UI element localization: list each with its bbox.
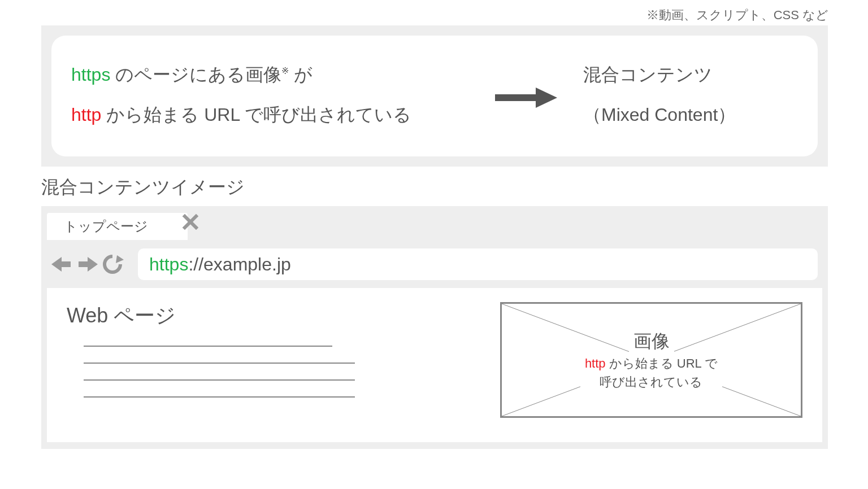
line2-rest: から始まる URL で呼び出されている: [101, 104, 411, 125]
https-label: https: [71, 64, 110, 85]
browser-viewport: Web ページ 画像 http から始まる URL で 呼び出されている: [47, 288, 822, 442]
close-icon[interactable]: [183, 214, 198, 234]
image-subtext: http から始まる URL で 呼び出されている: [580, 354, 722, 391]
right-line2: （Mixed Content）: [583, 95, 798, 134]
browser-tab[interactable]: トップページ: [47, 213, 188, 240]
text-lines-placeholder: [84, 346, 483, 398]
summary-right: 混合コンテンツ （Mixed Content）: [583, 55, 798, 134]
browser-toolbar: https://example.jp: [41, 244, 828, 284]
page-content-right: 画像 http から始まる URL で 呼び出されている: [500, 302, 802, 428]
image-sub-line2: 呼び出されている: [600, 375, 702, 389]
svg-marker-8: [116, 255, 124, 263]
browser-mockup: トップページ https://example.jp: [41, 206, 828, 449]
svg-rect-0: [495, 94, 536, 101]
svg-rect-5: [62, 261, 71, 267]
svg-marker-4: [51, 257, 62, 272]
svg-marker-1: [536, 88, 557, 108]
svg-marker-7: [88, 257, 98, 272]
image-sub-http: http: [585, 356, 606, 370]
image-sub-rest1: から始まる URL で: [606, 356, 718, 370]
page-heading: Web ページ: [67, 302, 483, 330]
address-bar[interactable]: https://example.jp: [138, 248, 818, 280]
url-scheme: https: [149, 254, 188, 275]
back-icon[interactable]: [51, 256, 73, 273]
footnote-top: ※動画、スクリプト、CSS など: [646, 7, 828, 24]
right-line1: 混合コンテンツ: [583, 55, 798, 94]
annotation-mark: ※: [281, 66, 289, 76]
summary-block: https のページにある画像※ が http から始まる URL で呼び出され…: [41, 25, 828, 167]
line1-rest-b: が: [289, 64, 313, 85]
svg-rect-6: [79, 261, 88, 267]
summary-card: https のページにある画像※ が http から始まる URL で呼び出され…: [51, 36, 818, 156]
reload-icon[interactable]: [101, 253, 124, 276]
image-label: 画像: [629, 329, 674, 354]
forward-icon[interactable]: [76, 256, 98, 273]
page-content-left: Web ページ: [67, 302, 483, 428]
url-rest: ://example.jp: [188, 254, 290, 275]
line1-rest-a: のページにある画像: [110, 64, 281, 85]
arrow-right-icon: [495, 88, 557, 108]
image-placeholder: 画像 http から始まる URL で 呼び出されている: [500, 302, 802, 418]
http-label: http: [71, 104, 101, 125]
section-title: 混合コンテンツイメージ: [41, 175, 245, 200]
